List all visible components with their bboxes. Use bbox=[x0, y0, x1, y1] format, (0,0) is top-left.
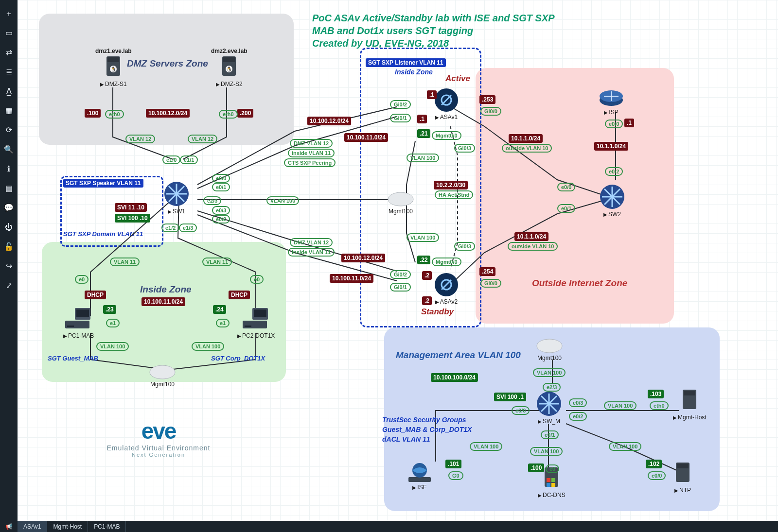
pc1-e1: e1 bbox=[106, 319, 120, 327]
node-isp[interactable]: ▶ISP bbox=[599, 86, 623, 116]
search-icon[interactable]: 🔍 bbox=[4, 145, 14, 154]
svg-rect-66 bbox=[684, 391, 695, 395]
title-line3: Created by UD, EVE-NG, 2018 bbox=[312, 38, 449, 49]
broadcast-icon[interactable]: 📢 bbox=[0, 523, 18, 530]
svg-rect-61 bbox=[547, 478, 550, 482]
sxp-domain-label: SGT SXP Domain VLAN 11 bbox=[63, 230, 143, 238]
asa2-gi03: Gi0/3 bbox=[454, 242, 475, 251]
clipboard-icon[interactable]: ▤ bbox=[4, 184, 14, 193]
sw2-e01: e0/1 bbox=[557, 204, 575, 213]
isp-e00: e0/0 bbox=[605, 120, 623, 128]
node-mgmt100-bottom[interactable]: Mgmt100 bbox=[149, 362, 176, 388]
zone-inside-title: Inside Zone bbox=[140, 284, 192, 295]
ip-dot1x: .24 bbox=[213, 305, 226, 314]
node-swm[interactable]: ▶SW_M bbox=[536, 391, 562, 425]
isp-ip: .1 bbox=[624, 119, 634, 127]
plus-icon[interactable]: ＋ bbox=[4, 9, 14, 18]
svg-rect-59 bbox=[677, 463, 689, 468]
power-icon[interactable]: ⏻ bbox=[4, 223, 14, 232]
node-dmz-s1[interactable]: dmz1.eve.lab 🐧 ▶DMZ-S1 bbox=[95, 48, 132, 87]
net-dmz: 10.100.12.0/24 bbox=[146, 109, 190, 118]
net-dmz-up: 10.100.12.0/24 bbox=[307, 117, 351, 125]
asav1-name: ▶ASAv1 bbox=[435, 114, 458, 120]
svg-rect-62 bbox=[551, 478, 555, 482]
pc-icon bbox=[243, 308, 270, 331]
port-e02: e0/2 bbox=[212, 215, 230, 223]
node-sw1[interactable]: ▶SW1 bbox=[163, 181, 190, 215]
tab-asav1[interactable]: ASAv1 bbox=[18, 521, 47, 532]
ip-dmz1: .100 bbox=[85, 109, 101, 118]
title-line2: MAB and Dot1x users SGT tagging bbox=[312, 25, 473, 36]
dcdns-e0: e0 bbox=[546, 464, 559, 473]
logo-brand: eve bbox=[95, 418, 222, 444]
swm-name: ▶SW_M bbox=[538, 418, 560, 425]
topology-canvas[interactable]: PoC ASAv Active/Standby lab with ISE and… bbox=[18, 0, 778, 521]
asa1-m21: .21 bbox=[417, 129, 430, 138]
exit-icon[interactable]: ↪ bbox=[4, 261, 14, 271]
zone-dmz-title: DMZ Servers Zone bbox=[127, 58, 208, 69]
lock-icon[interactable]: 🔓 bbox=[4, 242, 14, 252]
port-eth0-dmz1: eth0 bbox=[105, 110, 124, 119]
sxp-listener-label: SGT SXP Listener VLAN 11 bbox=[366, 58, 446, 67]
sw2-e00: e0/0 bbox=[557, 183, 575, 191]
asa1-out: .253 bbox=[479, 95, 495, 104]
tab-mgmt-host[interactable]: Mgmt-Host bbox=[47, 521, 88, 532]
node-mgmt100-top[interactable]: Mgmt100 bbox=[536, 336, 563, 361]
refresh-icon[interactable]: ⟳ bbox=[4, 125, 14, 135]
trustsec2: Guest_MAB & Corp_DOT1X bbox=[382, 426, 472, 433]
cloud-icon bbox=[149, 362, 176, 380]
node-asav1[interactable]: ▶ASAv1 bbox=[434, 87, 459, 120]
sxp-speaker-label: SGT SXP Speaker VLAN 11 bbox=[63, 179, 143, 188]
node-pc1-mab[interactable]: ▶PC1-MAB bbox=[63, 308, 94, 339]
node-asav2[interactable]: ▶ASAv2 bbox=[434, 272, 459, 305]
port-e01: e0/1 bbox=[212, 183, 230, 191]
cloud-icon bbox=[387, 189, 414, 207]
left-toolbar: ＋ ▭ ⇄ ≣ A̲ ▦ ⟳ 🔍 ℹ ▤ 💬 ⏻ 🔓 ↪ ⤢ bbox=[0, 0, 18, 530]
vlan100-m1: VLAN 100 bbox=[533, 368, 566, 377]
mgmt100-label-c: Mgmt100 bbox=[389, 208, 413, 215]
info-icon[interactable]: ℹ bbox=[4, 164, 14, 174]
list-icon[interactable]: ≣ bbox=[4, 67, 14, 77]
grid-icon[interactable]: ▦ bbox=[4, 106, 14, 116]
text-icon[interactable]: A̲ bbox=[4, 86, 14, 96]
port-vlan100-mid: VLAN 100 bbox=[266, 196, 299, 205]
net-ha: 10.2.2.0/30 bbox=[434, 181, 468, 189]
node-mgmt100-center[interactable]: Mgmt100 bbox=[387, 189, 414, 215]
pc-icon bbox=[65, 308, 92, 331]
net-dmz-dn: 10.100.12.0/24 bbox=[341, 254, 385, 262]
port-e23: e2/3 bbox=[203, 196, 221, 205]
pc1-e0: e0 bbox=[75, 275, 88, 284]
pc2-e1: e1 bbox=[216, 319, 230, 327]
net-inside: 10.100.11.0/24 bbox=[141, 297, 185, 306]
tab-pc1-mab[interactable]: PC1-MAB bbox=[88, 521, 126, 532]
node-dmz-s2[interactable]: dmz2.eve.lab 🐧 ▶DMZ-S2 bbox=[211, 48, 248, 87]
swap-icon[interactable]: ⇄ bbox=[4, 48, 14, 57]
node-ntp[interactable]: ▶NTP bbox=[673, 462, 692, 494]
asa-active-label: Active bbox=[445, 74, 470, 84]
server-icon: 🐧 bbox=[219, 55, 239, 80]
svg-rect-64 bbox=[551, 483, 555, 487]
zone-mgmt-title: Management Area VLAN 100 bbox=[396, 350, 521, 360]
vlan100-m4: VLAN 100 bbox=[604, 401, 637, 410]
port-vlan12-l: VLAN 12 bbox=[125, 135, 155, 143]
router-icon bbox=[599, 86, 623, 108]
chat-icon[interactable]: 💬 bbox=[4, 203, 14, 213]
mgmthost-name: ▶Mgmt-Host bbox=[673, 414, 707, 421]
svg-point-50 bbox=[150, 365, 175, 379]
sw2-name: ▶SW2 bbox=[603, 211, 621, 218]
node-ise[interactable]: ▶ISE bbox=[408, 463, 431, 491]
node-mgmt-host[interactable]: ▶Mgmt-Host bbox=[673, 389, 707, 421]
port-e03: e0/3 bbox=[212, 206, 230, 215]
ip-dcdns: .100 bbox=[528, 463, 544, 472]
node-sw2[interactable]: ▶SW2 bbox=[599, 184, 625, 218]
expand-icon[interactable]: ⤢ bbox=[4, 281, 14, 291]
asa1-mgmt: Mgmt0/0 bbox=[432, 131, 461, 140]
svg-point-49 bbox=[388, 192, 413, 206]
port-e12: e1/2 bbox=[161, 223, 179, 232]
node-pc2-dot1x[interactable]: ▶PC2-DOT1X bbox=[237, 308, 275, 339]
node-icon[interactable]: ▭ bbox=[4, 28, 14, 38]
ntp-e00: e0/0 bbox=[648, 471, 666, 480]
ise-name: ▶ISE bbox=[412, 484, 426, 491]
svg-rect-42 bbox=[76, 309, 89, 317]
ip-ise: .101 bbox=[445, 460, 461, 468]
